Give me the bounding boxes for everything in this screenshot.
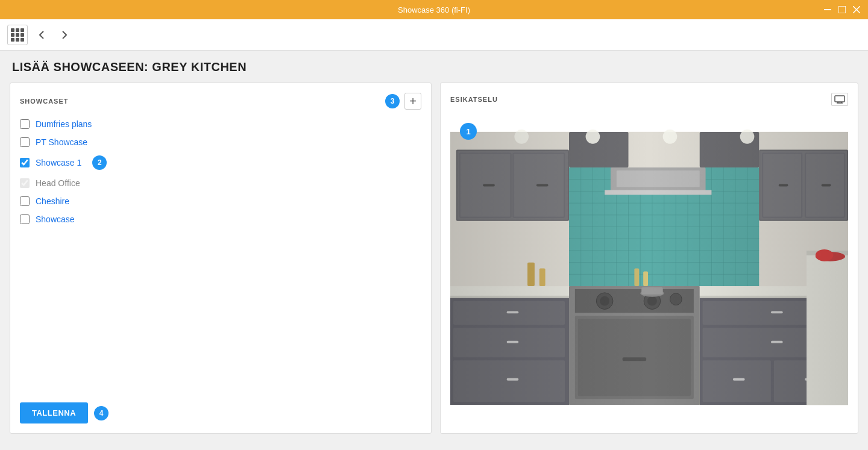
page-title: LISÄÄ SHOWCASEEN: GREY KITCHEN	[10, 60, 858, 74]
head-office-label: Head Office	[36, 178, 80, 188]
svg-rect-99	[450, 132, 848, 405]
save-button[interactable]: TALLENNA	[20, 402, 88, 423]
maximize-button[interactable]	[838, 5, 846, 14]
dumfries-checkbox[interactable]	[20, 119, 30, 129]
main-content: LISÄÄ SHOWCASEEN: GREY KITCHEN SHOWCASET…	[0, 51, 868, 450]
header-actions: 3 +	[385, 93, 421, 110]
svg-rect-0	[824, 9, 831, 10]
showcase-label[interactable]: Showcase	[36, 214, 75, 224]
preview-header: ESIKATSELU	[450, 93, 848, 106]
kitchen-preview-image: 1	[450, 113, 848, 423]
grid-view-button[interactable]	[7, 25, 28, 45]
svg-rect-4	[835, 96, 844, 102]
panels: SHOWCASET 3 + Dumfries plans PT Showcase	[10, 83, 858, 434]
close-button[interactable]	[852, 5, 861, 14]
title-bar: Showcase 360 (fi-FI)	[0, 0, 868, 19]
list-item: Dumfries plans	[20, 119, 421, 129]
pt-showcase-checkbox[interactable]	[20, 137, 30, 147]
toolbar	[0, 19, 868, 51]
showcase1-checkbox[interactable]	[20, 158, 30, 167]
cheshire-label[interactable]: Cheshire	[36, 196, 69, 206]
list-item: Showcase	[20, 214, 421, 224]
save-badge: 4	[94, 406, 108, 420]
head-office-checkbox	[20, 178, 30, 188]
save-area: TALLENNA 4	[20, 402, 421, 423]
list-item: Cheshire	[20, 196, 421, 206]
window-controls	[823, 5, 861, 14]
back-button[interactable]	[33, 26, 51, 44]
showcases-label: SHOWCASET	[20, 98, 69, 105]
preview-label: ESIKATSELU	[450, 96, 498, 103]
panel-header: SHOWCASET 3 +	[20, 93, 421, 110]
preview-badge: 1	[460, 123, 477, 140]
add-showcase-button[interactable]: +	[404, 93, 421, 110]
list-item: Showcase 1 2	[20, 155, 421, 170]
cheshire-checkbox[interactable]	[20, 196, 30, 206]
monitor-view-button[interactable]	[831, 93, 848, 106]
forward-button[interactable]	[55, 26, 74, 44]
left-panel: SHOWCASET 3 + Dumfries plans PT Showcase	[10, 83, 432, 434]
dumfries-label[interactable]: Dumfries plans	[36, 119, 92, 129]
pt-showcase-label[interactable]: PT Showcase	[36, 137, 87, 147]
showcase-checkbox[interactable]	[20, 214, 30, 224]
right-panel: ESIKATSELU	[440, 83, 858, 434]
showcase-count-badge: 3	[385, 94, 400, 108]
minimize-button[interactable]	[823, 5, 832, 14]
grid-icon	[11, 28, 24, 42]
showcase-list: Dumfries plans PT Showcase Showcase 1 2 …	[20, 119, 421, 390]
svg-rect-1	[838, 6, 846, 13]
showcase1-badge: 2	[92, 155, 107, 170]
list-item: Head Office	[20, 178, 421, 188]
window-title: Showcase 360 (fi-FI)	[398, 5, 470, 14]
list-item: PT Showcase	[20, 137, 421, 147]
showcase1-label[interactable]: Showcase 1	[36, 158, 81, 167]
